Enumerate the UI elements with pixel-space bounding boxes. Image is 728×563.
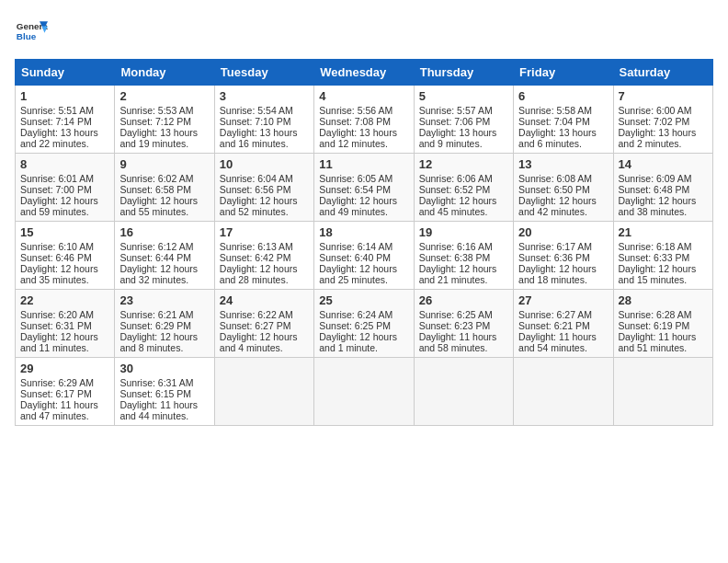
day-number: 22: [20, 293, 109, 307]
day-number: 21: [619, 225, 708, 239]
calendar-day-cell: 24 Sunrise: 6:22 AM Sunset: 6:27 PM Dayl…: [214, 290, 313, 358]
calendar-day-cell: 21 Sunrise: 6:18 AM Sunset: 6:33 PM Dayl…: [613, 222, 712, 290]
sunrise-label: Sunrise: 6:29 AM: [20, 377, 94, 388]
day-number: 6: [518, 89, 608, 103]
sunset-label: Sunset: 6:19 PM: [619, 320, 690, 331]
sunrise-label: Sunrise: 5:51 AM: [20, 105, 94, 116]
day-number: 8: [20, 157, 109, 171]
sunset-label: Sunset: 6:23 PM: [419, 320, 491, 331]
sunset-label: Sunset: 7:12 PM: [119, 116, 191, 127]
sunrise-label: Sunrise: 5:53 AM: [119, 105, 193, 116]
sunrise-label: Sunrise: 6:31 AM: [119, 377, 193, 388]
day-number: 7: [619, 89, 708, 103]
calendar-day-cell: 15 Sunrise: 6:10 AM Sunset: 6:46 PM Dayl…: [16, 222, 115, 290]
calendar-day-cell: 13 Sunrise: 6:08 AM Sunset: 6:50 PM Dayl…: [514, 154, 613, 222]
sunset-label: Sunset: 7:10 PM: [220, 116, 291, 127]
sunset-label: Sunset: 6:21 PM: [518, 320, 590, 331]
calendar-day-cell: 25 Sunrise: 6:24 AM Sunset: 6:25 PM Dayl…: [314, 290, 414, 358]
day-number: 19: [419, 225, 508, 239]
sunset-label: Sunset: 6:38 PM: [419, 252, 491, 263]
weekday-header: Friday: [514, 60, 613, 86]
calendar-table: SundayMondayTuesdayWednesdayThursdayFrid…: [15, 59, 713, 426]
sunset-label: Sunset: 6:48 PM: [619, 184, 690, 195]
sunrise-label: Sunrise: 6:10 AM: [20, 241, 94, 252]
sunrise-label: Sunrise: 6:24 AM: [319, 309, 392, 320]
calendar-day-cell: 9 Sunrise: 6:02 AM Sunset: 6:58 PM Dayli…: [115, 154, 214, 222]
daylight-label: Daylight: 13 hours and 2 minutes.: [619, 127, 697, 149]
sunset-label: Sunset: 7:04 PM: [518, 116, 590, 127]
day-number: 20: [518, 225, 608, 239]
calendar-day-cell: 22 Sunrise: 6:20 AM Sunset: 6:31 PM Dayl…: [16, 290, 115, 358]
daylight-label: Daylight: 12 hours and 49 minutes.: [319, 195, 397, 217]
calendar-day-cell: [613, 358, 712, 426]
sunset-label: Sunset: 6:42 PM: [220, 252, 291, 263]
calendar-day-cell: [214, 358, 313, 426]
sunrise-label: Sunrise: 6:04 AM: [220, 173, 293, 184]
daylight-label: Daylight: 12 hours and 4 minutes.: [220, 331, 298, 353]
sunrise-label: Sunrise: 6:14 AM: [319, 241, 392, 252]
sunset-label: Sunset: 6:44 PM: [119, 252, 191, 263]
calendar-day-cell: 5 Sunrise: 5:57 AM Sunset: 7:06 PM Dayli…: [414, 86, 513, 154]
sunset-label: Sunset: 7:14 PM: [20, 116, 92, 127]
day-number: 23: [119, 293, 209, 307]
calendar-day-cell: 11 Sunrise: 6:05 AM Sunset: 6:54 PM Dayl…: [314, 154, 414, 222]
daylight-label: Daylight: 12 hours and 52 minutes.: [220, 195, 298, 217]
day-number: 30: [119, 362, 209, 375]
sunrise-label: Sunrise: 5:58 AM: [518, 105, 592, 116]
sunrise-label: Sunrise: 6:28 AM: [619, 309, 692, 320]
sunset-label: Sunset: 7:06 PM: [419, 116, 491, 127]
calendar-week-row: 22 Sunrise: 6:20 AM Sunset: 6:31 PM Dayl…: [16, 290, 713, 358]
daylight-label: Daylight: 11 hours and 54 minutes.: [518, 331, 597, 353]
calendar-day-cell: 7 Sunrise: 6:00 AM Sunset: 7:02 PM Dayli…: [613, 86, 712, 154]
calendar-day-cell: 2 Sunrise: 5:53 AM Sunset: 7:12 PM Dayli…: [115, 86, 214, 154]
sunrise-label: Sunrise: 5:56 AM: [319, 105, 392, 116]
calendar-day-cell: 27 Sunrise: 6:27 AM Sunset: 6:21 PM Dayl…: [514, 290, 613, 358]
day-number: 29: [20, 362, 109, 375]
daylight-label: Daylight: 13 hours and 9 minutes.: [419, 127, 497, 149]
calendar-day-cell: 4 Sunrise: 5:56 AM Sunset: 7:08 PM Dayli…: [314, 86, 414, 154]
weekday-header: Tuesday: [214, 60, 313, 86]
sunrise-label: Sunrise: 6:22 AM: [220, 309, 293, 320]
sunset-label: Sunset: 6:15 PM: [119, 388, 191, 399]
logo-icon: General Blue: [15, 15, 48, 48]
sunrise-label: Sunrise: 6:17 AM: [518, 241, 592, 252]
day-number: 13: [518, 157, 608, 171]
sunset-label: Sunset: 6:17 PM: [20, 388, 92, 399]
sunrise-label: Sunrise: 6:02 AM: [119, 173, 193, 184]
daylight-label: Daylight: 13 hours and 16 minutes.: [220, 127, 298, 149]
sunset-label: Sunset: 6:36 PM: [518, 252, 590, 263]
daylight-label: Daylight: 11 hours and 47 minutes.: [20, 399, 98, 421]
weekday-header: Saturday: [613, 60, 712, 86]
sunrise-label: Sunrise: 6:06 AM: [419, 173, 493, 184]
calendar-day-cell: 30 Sunrise: 6:31 AM Sunset: 6:15 PM Dayl…: [115, 358, 214, 426]
daylight-label: Daylight: 12 hours and 11 minutes.: [20, 331, 98, 353]
day-number: 1: [20, 89, 109, 103]
calendar-week-row: 8 Sunrise: 6:01 AM Sunset: 7:00 PM Dayli…: [16, 154, 713, 222]
day-number: 11: [319, 157, 408, 171]
weekday-header: Sunday: [16, 60, 115, 86]
calendar-day-cell: 19 Sunrise: 6:16 AM Sunset: 6:38 PM Dayl…: [414, 222, 513, 290]
daylight-label: Daylight: 12 hours and 21 minutes.: [419, 263, 497, 285]
weekday-header: Monday: [115, 60, 214, 86]
sunrise-label: Sunrise: 5:57 AM: [419, 105, 493, 116]
daylight-label: Daylight: 12 hours and 15 minutes.: [619, 263, 697, 285]
daylight-label: Daylight: 13 hours and 6 minutes.: [518, 127, 597, 149]
calendar-day-cell: 18 Sunrise: 6:14 AM Sunset: 6:40 PM Dayl…: [314, 222, 414, 290]
calendar-week-row: 29 Sunrise: 6:29 AM Sunset: 6:17 PM Dayl…: [16, 358, 713, 426]
day-number: 25: [319, 293, 408, 307]
calendar-day-cell: 28 Sunrise: 6:28 AM Sunset: 6:19 PM Dayl…: [613, 290, 712, 358]
sunrise-label: Sunrise: 6:05 AM: [319, 173, 392, 184]
day-number: 16: [119, 225, 209, 239]
calendar-day-cell: 1 Sunrise: 5:51 AM Sunset: 7:14 PM Dayli…: [16, 86, 115, 154]
daylight-label: Daylight: 12 hours and 1 minute.: [319, 331, 397, 353]
day-number: 9: [119, 157, 209, 171]
sunset-label: Sunset: 6:46 PM: [20, 252, 92, 263]
daylight-label: Daylight: 13 hours and 19 minutes.: [119, 127, 198, 149]
sunset-label: Sunset: 7:00 PM: [20, 184, 92, 195]
day-number: 2: [119, 89, 209, 103]
daylight-label: Daylight: 12 hours and 38 minutes.: [619, 195, 697, 217]
calendar-day-cell: 8 Sunrise: 6:01 AM Sunset: 7:00 PM Dayli…: [16, 154, 115, 222]
daylight-label: Daylight: 11 hours and 51 minutes.: [619, 331, 697, 353]
day-number: 4: [319, 89, 408, 103]
calendar-header-row: SundayMondayTuesdayWednesdayThursdayFrid…: [16, 60, 713, 86]
